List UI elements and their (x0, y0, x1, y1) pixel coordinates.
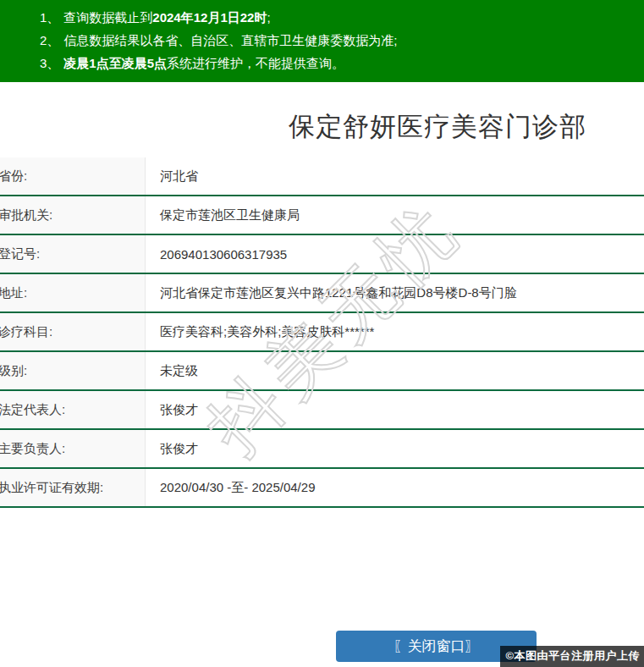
notice-bar: 1、查询数据截止到2024年12月1日22时; 2、信息数据结果以各省、自治区、… (0, 0, 644, 82)
table-row-address: 地址: 河北省保定市莲池区复兴中路1221号鑫和花园D8号楼D-8号门脸 (0, 274, 644, 313)
notice-number: 2、 (40, 33, 59, 47)
table-row-medical-subjects: 诊疗科目: 医疗美容科;美容外科;美容皮肤科****** (0, 313, 644, 352)
row-label: 登记号: (0, 235, 146, 273)
row-label: 法定代表人: (0, 391, 146, 428)
notice-text: ; (267, 10, 270, 25)
table-row-province: 省份: 河北省 (0, 157, 644, 196)
row-label: 省份: (0, 157, 146, 195)
row-value: 张俊才 (146, 430, 644, 467)
row-value: 张俊才 (146, 391, 644, 428)
row-label: 地址: (0, 274, 146, 311)
notice-number: 3、 (40, 56, 59, 70)
notice-item-2: 2、信息数据结果以各省、自治区、直辖市卫生健康委数据为准; (40, 29, 636, 52)
notice-text: 系统进行维护，不能提供查询。 (167, 56, 344, 70)
table-row-approval-authority: 审批机关: 保定市莲池区卫生健康局 (0, 196, 644, 235)
notice-text: 查询数据截止到 (63, 10, 152, 25)
notice-item-1: 1、查询数据截止到2024年12月1日22时; (40, 6, 636, 29)
notice-text-bold: 凌晨1点至凌晨5点 (63, 56, 167, 70)
notice-text: 信息数据结果以各省、自治区、直辖市卫生健康委数据为准; (63, 33, 397, 47)
notice-number: 1、 (40, 10, 59, 25)
row-label: 级别: (0, 352, 146, 389)
row-value: 206940130606317935 (146, 235, 644, 273)
row-label: 诊疗科目: (0, 313, 146, 350)
notice-text-bold: 2024年12月1日22时 (152, 10, 267, 25)
row-value: 未定级 (146, 352, 644, 389)
row-value: 河北省保定市莲池区复兴中路1221号鑫和花园D8号楼D-8号门脸 (146, 274, 644, 311)
row-label: 主要负责人: (0, 430, 146, 467)
row-value: 保定市莲池区卫生健康局 (146, 196, 644, 234)
row-label: 审批机关: (0, 196, 146, 234)
row-value: 医疗美容科;美容外科;美容皮肤科****** (146, 313, 644, 350)
notice-item-3: 3、凌晨1点至凌晨5点系统进行维护，不能提供查询。 (40, 52, 636, 74)
row-label: 执业许可证有效期: (0, 469, 146, 506)
institution-title: 保定舒妍医疗美容门诊部 (0, 109, 644, 145)
row-value: 河北省 (146, 157, 644, 195)
attribution-strip: ©本图由平台注册用户上传 (500, 646, 644, 667)
table-row-person-in-charge: 主要负责人: 张俊才 (0, 430, 644, 469)
table-row-legal-representative: 法定代表人: 张俊才 (0, 391, 644, 430)
institution-detail-table: 省份: 河北省 审批机关: 保定市莲池区卫生健康局 登记号: 206940130… (0, 157, 644, 508)
table-row-license-validity: 执业许可证有效期: 2020/04/30 -至- 2025/04/29 (0, 469, 644, 508)
table-row-level: 级别: 未定级 (0, 352, 644, 391)
table-row-registration-number: 登记号: 206940130606317935 (0, 235, 644, 274)
row-value: 2020/04/30 -至- 2025/04/29 (146, 469, 644, 506)
